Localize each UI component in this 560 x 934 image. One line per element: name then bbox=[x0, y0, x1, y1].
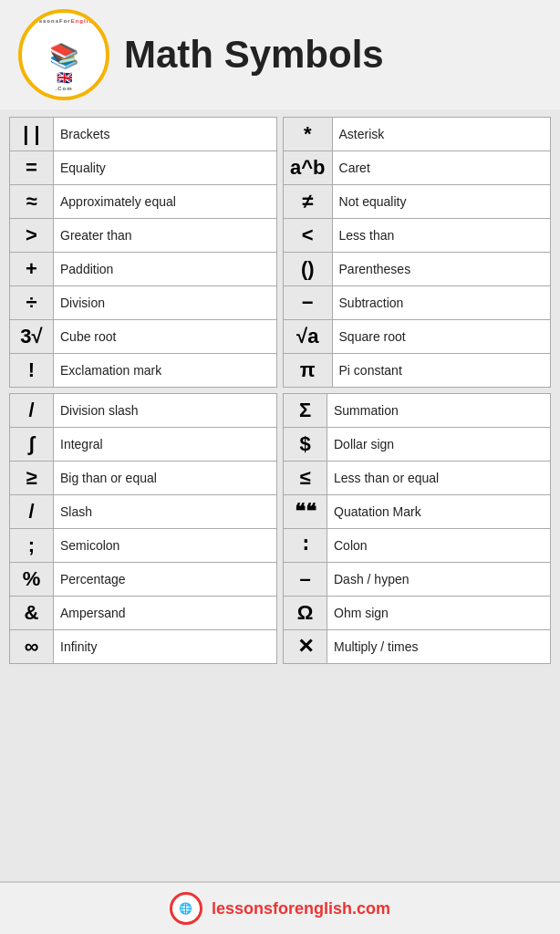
symbol-cell: ! bbox=[10, 354, 54, 388]
symbol-cell: ≈ bbox=[10, 185, 54, 219]
table-row: √aSquare root bbox=[284, 320, 551, 354]
bottom-right-table: ΣSummation$Dollar sign≤Less than or equa… bbox=[283, 393, 551, 664]
table-row: ❝❝Quatation Mark bbox=[284, 495, 551, 529]
table-row: <Less than bbox=[284, 219, 551, 253]
symbol-cell: Ω bbox=[284, 597, 327, 630]
table-row: ΩOhm sign bbox=[284, 597, 551, 630]
symbol-name-cell: Exclamation mark bbox=[54, 354, 277, 388]
table-row: πPi constant bbox=[284, 354, 551, 388]
logo: LessonsForEnglish 📚 🇬🇧 .Com bbox=[18, 9, 109, 100]
table-row: ()Parentheses bbox=[284, 253, 551, 286]
symbol-name-cell: Quatation Mark bbox=[327, 495, 551, 529]
symbol-cell: % bbox=[10, 563, 54, 597]
table-row: ΣSummation bbox=[284, 394, 551, 428]
logo-arc-bottom: .Com bbox=[27, 86, 100, 91]
symbol-name-cell: Colon bbox=[327, 529, 551, 563]
table-row: –Dash / hypen bbox=[284, 563, 551, 597]
symbol-cell: + bbox=[10, 253, 54, 286]
table-row: /Division slash bbox=[10, 394, 277, 428]
footer-url: lessonsforenglish.com bbox=[212, 899, 390, 918]
symbol-cell: π bbox=[284, 354, 333, 388]
symbol-name-cell: Semicolon bbox=[54, 529, 277, 563]
symbol-name-cell: Equality bbox=[54, 151, 277, 185]
symbol-cell: ❝❝ bbox=[284, 495, 327, 529]
bottom-left-table: /Division slash∫Integral≥Big than or equ… bbox=[9, 393, 277, 664]
logo-arc-top: LessonsForEnglish bbox=[27, 18, 100, 24]
top-left-table: | |Brackets=Equality≈Approximately equal… bbox=[9, 117, 277, 388]
symbol-name-cell: Paddition bbox=[54, 253, 277, 286]
table-row: ∞Infinity bbox=[10, 630, 277, 664]
symbol-cell: * bbox=[284, 118, 333, 151]
table-row: =Equality bbox=[10, 151, 277, 185]
table-row: &Ampersand bbox=[10, 597, 277, 630]
symbol-name-cell: Summation bbox=[327, 394, 551, 428]
symbol-cell: / bbox=[10, 495, 54, 529]
symbol-name-cell: Division bbox=[54, 286, 277, 320]
table-row: a^bCaret bbox=[284, 151, 551, 185]
symbol-cell: | | bbox=[10, 118, 54, 151]
table-row: ≈Approximately equal bbox=[10, 185, 277, 219]
table-row: $Dollar sign bbox=[284, 428, 551, 462]
symbol-name-cell: Caret bbox=[332, 151, 550, 185]
symbol-name-cell: Cube root bbox=[54, 320, 277, 354]
footer-www-icon: 🌐 bbox=[179, 902, 192, 915]
table-row: +Paddition bbox=[10, 253, 277, 286]
page-footer: 🌐 lessonsforenglish.com bbox=[0, 881, 560, 934]
page-header: LessonsForEnglish 📚 🇬🇧 .Com Math Symbols bbox=[0, 0, 560, 109]
symbol-name-cell: Brackets bbox=[54, 118, 277, 151]
symbol-cell: ∞ bbox=[10, 630, 54, 664]
symbol-name-cell: Ohm sign bbox=[327, 597, 551, 630]
table-row: −Subtraction bbox=[284, 286, 551, 320]
page-title: Math Symbols bbox=[124, 33, 384, 77]
table-row: ✕Multiply / times bbox=[284, 630, 551, 664]
symbol-name-cell: Approximately equal bbox=[54, 185, 277, 219]
symbol-cell: > bbox=[10, 219, 54, 253]
symbol-cell: & bbox=[10, 597, 54, 630]
symbol-cell: = bbox=[10, 151, 54, 185]
symbol-cell: $ bbox=[284, 428, 327, 462]
table-row: ∶Colon bbox=[284, 529, 551, 563]
table-row: ≠Not equality bbox=[284, 185, 551, 219]
symbol-name-cell: Parentheses bbox=[332, 253, 550, 286]
symbol-cell: ≤ bbox=[284, 462, 327, 495]
symbol-name-cell: Dash / hypen bbox=[327, 563, 551, 597]
symbol-name-cell: Infinity bbox=[54, 630, 277, 664]
logo-books-icon: 📚 bbox=[49, 42, 78, 70]
symbol-name-cell: Ampersand bbox=[54, 597, 277, 630]
symbol-name-cell: Greater than bbox=[54, 219, 277, 253]
symbol-cell: a^b bbox=[284, 151, 333, 185]
symbol-name-cell: Square root bbox=[332, 320, 550, 354]
table-row: ≥Big than or equal bbox=[10, 462, 277, 495]
table-row: | |Brackets bbox=[10, 118, 277, 151]
symbol-name-cell: Subtraction bbox=[332, 286, 550, 320]
table-row: *Asterisk bbox=[284, 118, 551, 151]
symbol-cell: / bbox=[10, 394, 54, 428]
symbol-cell: ÷ bbox=[10, 286, 54, 320]
symbol-cell: ∫ bbox=[10, 428, 54, 462]
symbol-name-cell: Less than bbox=[332, 219, 550, 253]
symbol-cell: < bbox=[284, 219, 333, 253]
table-row: >Greater than bbox=[10, 219, 277, 253]
symbol-cell: − bbox=[284, 286, 333, 320]
table-row: !Exclamation mark bbox=[10, 354, 277, 388]
symbol-name-cell: Dollar sign bbox=[327, 428, 551, 462]
symbol-name-cell: Integral bbox=[54, 428, 277, 462]
symbol-cell: ≠ bbox=[284, 185, 333, 219]
footer-logo: 🌐 bbox=[170, 892, 202, 925]
top-tables-row: | |Brackets=Equality≈Approximately equal… bbox=[9, 117, 551, 388]
symbol-name-cell: Percentage bbox=[54, 563, 277, 597]
table-row: %Percentage bbox=[10, 563, 277, 597]
logo-flag-icon: 🇬🇧 bbox=[57, 70, 72, 85]
table-row: ∫Integral bbox=[10, 428, 277, 462]
table-row: 3√Cube root bbox=[10, 320, 277, 354]
table-row: ;Semicolon bbox=[10, 529, 277, 563]
bottom-tables-row: /Division slash∫Integral≥Big than or equ… bbox=[9, 393, 551, 664]
symbol-cell: ∶ bbox=[284, 529, 327, 563]
symbol-cell: – bbox=[284, 563, 327, 597]
symbol-name-cell: Asterisk bbox=[332, 118, 550, 151]
top-right-table: *Asteriska^bCaret≠Not equality<Less than… bbox=[283, 117, 551, 388]
symbol-cell: √a bbox=[284, 320, 333, 354]
symbol-cell: 3√ bbox=[10, 320, 54, 354]
symbol-cell: ≥ bbox=[10, 462, 54, 495]
table-row: ≤Less than or equal bbox=[284, 462, 551, 495]
